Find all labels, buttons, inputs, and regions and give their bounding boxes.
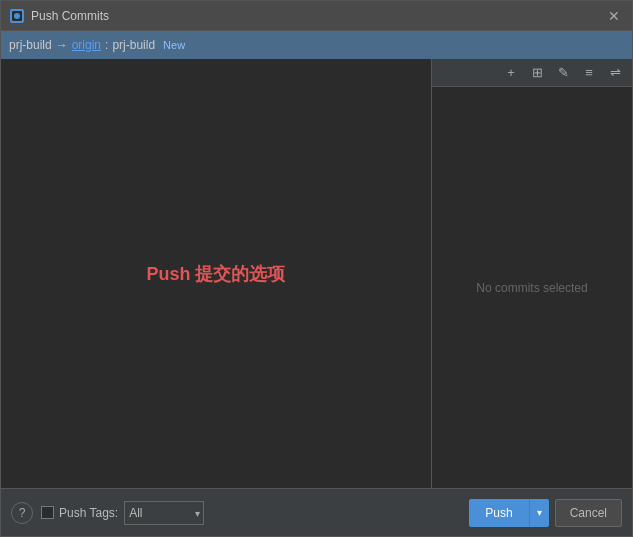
action-buttons: Push ▾ Cancel <box>469 499 622 527</box>
dialog-title: Push Commits <box>31 9 604 23</box>
grid-icon[interactable]: ⊞ <box>526 62 548 84</box>
app-icon <box>9 8 25 24</box>
push-tags-select-wrapper: All None <box>124 501 204 525</box>
title-bar: Push Commits ✕ <box>1 1 632 31</box>
svg-point-2 <box>14 13 20 19</box>
push-tags-section: Push Tags: All None <box>41 501 461 525</box>
branch-bar: prj-build → origin : prj-build New <box>1 31 632 59</box>
swap-icon[interactable]: ⇌ <box>604 62 626 84</box>
push-commits-dialog: Push Commits ✕ prj-build → origin : prj-… <box>0 0 633 537</box>
push-tags-label: Push Tags: <box>59 506 118 520</box>
left-panel: Push 提交的选项 <box>1 59 432 488</box>
right-toolbar: + ⊞ ✎ ≡ ⇌ <box>432 59 632 87</box>
close-button[interactable]: ✕ <box>604 6 624 26</box>
cancel-button[interactable]: Cancel <box>555 499 622 527</box>
no-commits-label: No commits selected <box>432 87 632 488</box>
push-button-group: Push ▾ <box>469 499 548 527</box>
push-button[interactable]: Push <box>469 499 528 527</box>
bottom-bar: ? Push Tags: All None Push ▾ Cancel <box>1 488 632 536</box>
push-options-text: Push 提交的选项 <box>146 262 285 286</box>
source-branch: prj-build <box>9 38 52 52</box>
right-panel: + ⊞ ✎ ≡ ⇌ No commits selected <box>432 59 632 488</box>
new-badge: New <box>163 39 185 51</box>
push-tags-checkbox[interactable] <box>41 506 54 519</box>
main-content: Push 提交的选项 + ⊞ ✎ ≡ ⇌ No commits selected <box>1 59 632 488</box>
target-branch: prj-build <box>112 38 155 52</box>
remote-link[interactable]: origin <box>72 38 101 52</box>
push-dropdown-arrow[interactable]: ▾ <box>529 499 549 527</box>
push-tags-select[interactable]: All None <box>124 501 204 525</box>
separator: : <box>105 38 108 52</box>
edit-icon[interactable]: ✎ <box>552 62 574 84</box>
add-icon[interactable]: + <box>500 62 522 84</box>
help-button[interactable]: ? <box>11 502 33 524</box>
arrow-icon: → <box>56 38 68 52</box>
sort-icon[interactable]: ≡ <box>578 62 600 84</box>
push-tags-checkbox-label[interactable]: Push Tags: <box>41 506 118 520</box>
